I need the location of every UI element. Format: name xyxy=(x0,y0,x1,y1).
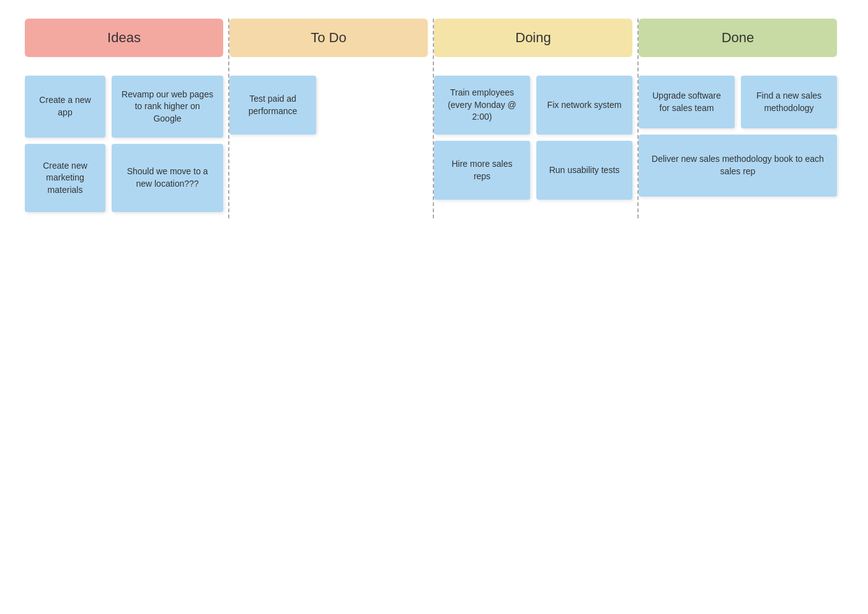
card-test-paid-ad[interactable]: Test paid ad performance xyxy=(229,76,316,135)
card-fix-network[interactable]: Fix network system xyxy=(536,76,632,135)
card-create-new-app[interactable]: Create a new app xyxy=(25,76,105,138)
column-todo-header: To Do xyxy=(229,19,428,57)
done-cards-area: Upgrade software for sales team Find a n… xyxy=(639,76,843,203)
doing-cards-area: Train employees (every Monday @ 2:00) Fi… xyxy=(434,76,639,206)
column-done: Done Upgrade software for sales team Fin… xyxy=(639,19,843,218)
ideas-row-2: Create new marketing materials Should we… xyxy=(25,144,223,212)
card-move-location[interactable]: Should we move to a new location??? xyxy=(112,144,223,212)
done-row-2: Deliver new sales methodology book to ea… xyxy=(639,135,837,197)
todo-row-1: Test paid ad performance xyxy=(229,76,428,135)
column-doing-header: Doing xyxy=(434,19,632,57)
column-ideas: Ideas Create a new app Revamp our web pa… xyxy=(25,19,229,218)
kanban-board: Ideas Create a new app Revamp our web pa… xyxy=(0,0,868,237)
card-create-marketing[interactable]: Create new marketing materials xyxy=(25,144,105,212)
card-find-sales-methodology[interactable]: Find a new sales methodology xyxy=(741,76,837,128)
card-revamp-web-pages[interactable]: Revamp our web pages to rank higher on G… xyxy=(112,76,223,138)
column-todo: To Do Test paid ad performance xyxy=(229,19,434,218)
card-deliver-methodology-book[interactable]: Deliver new sales methodology book to ea… xyxy=(639,135,837,197)
ideas-row-1: Create a new app Revamp our web pages to… xyxy=(25,76,223,138)
card-hire-sales-reps[interactable]: Hire more sales reps xyxy=(434,141,530,200)
column-done-header: Done xyxy=(639,19,837,57)
doing-row-2: Hire more sales reps Run usability tests xyxy=(434,141,632,200)
card-run-usability[interactable]: Run usability tests xyxy=(536,141,632,200)
doing-row-1: Train employees (every Monday @ 2:00) Fi… xyxy=(434,76,632,135)
todo-cards-area: Test paid ad performance xyxy=(229,76,434,141)
column-ideas-header: Ideas xyxy=(25,19,223,57)
card-train-employees[interactable]: Train employees (every Monday @ 2:00) xyxy=(434,76,530,135)
done-row-1: Upgrade software for sales team Find a n… xyxy=(639,76,837,128)
ideas-cards-area: Create a new app Revamp our web pages to… xyxy=(25,76,229,218)
column-doing: Doing Train employees (every Monday @ 2:… xyxy=(434,19,639,218)
card-upgrade-software[interactable]: Upgrade software for sales team xyxy=(639,76,735,128)
